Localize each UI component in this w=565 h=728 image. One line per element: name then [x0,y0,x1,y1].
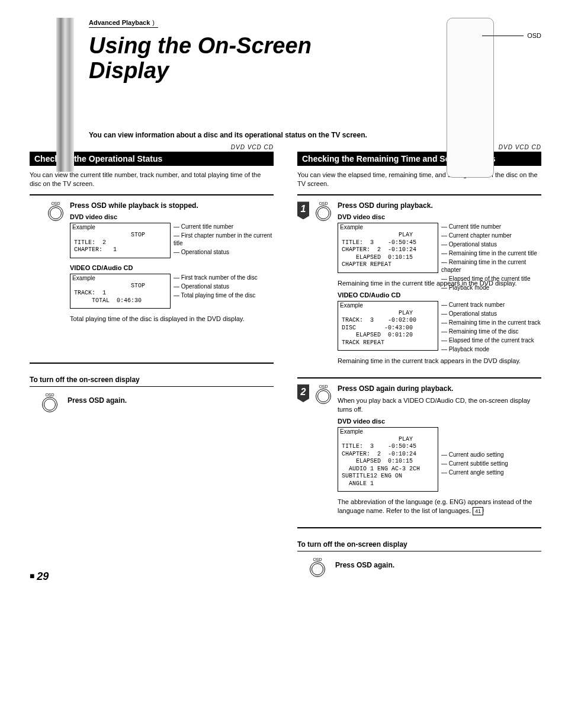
remote-leader-line [482,36,524,36]
remote-illustration [447,18,494,178]
callouts: Current title number First chapter numbe… [174,223,274,257]
dvd-subhead: DVD video disc [338,418,541,425]
osd-icon [316,206,331,221]
turnoff-heading: To turn off the on-screen display [297,540,541,549]
rule [30,194,274,195]
rule [297,527,541,528]
note: Remaining time in the current track appe… [338,357,541,365]
osd-icon [42,397,57,412]
step-number-2: 2 [297,384,309,402]
osd-button-icon: OSD [315,384,332,519]
osd-icon [316,389,331,404]
osd-icon [310,562,325,577]
dvd-subhead: DVD video disc [70,213,274,220]
turnoff-text: Press OSD again. [68,396,127,405]
step-number-1: 1 [297,201,309,219]
section-desc-left: You can view the current title number, t… [30,171,274,189]
step-title: Press OSD again during playback. [338,384,541,393]
binding-spine [56,18,74,172]
rule [297,551,541,551]
turnoff-heading: To turn off the on-screen display [30,376,274,384]
dvd-subhead: DVD video disc [338,213,541,220]
right-column: DVD VCD CD Checking the Remaining Time a… [297,144,541,578]
note: The abbreviation of the language (e.g. E… [338,498,541,515]
step-title: Press OSD during playback. [338,201,541,210]
step-desc: When you play back a VIDEO CD/Audio CD, … [338,396,541,414]
section-tab: Advanced Playback [89,18,158,28]
callouts: Current audio setting Current subtitle s… [441,451,508,477]
left-column: DVD VCD CD Checking the Operational Stat… [30,144,274,578]
page-title: Using the On-Screen Display [89,34,355,84]
remote-osd-label: OSD [527,32,541,39]
section-desc-right: You can view the elapsed time, remaining… [297,171,541,189]
intro-text: You can view information about a disc an… [89,131,373,139]
osd-screen-dvd-play: PLAY TITLE: 3 -0:50:45 CHAPTER: 2 -0:10:… [338,223,438,273]
osd-icon [48,206,63,221]
turnoff-text: Press OSD again. [335,561,394,569]
osd-screen-vcd-play: PLAY TRACK: 3 -0:02:00 DISC -0:43:00 ELA… [338,301,438,351]
rule [30,363,274,364]
osd-button-icon: OSD [47,201,64,327]
rule [297,377,541,379]
osd-screen-dvd: STOP TITLE: 2 CHAPTER: 1 [70,223,171,258]
osd-screen-vcd: STOP TRACK: 1 TOTAL 0:46:30 [70,274,171,309]
disc-badges: DVD VCD CD [297,144,541,150]
callouts: Current track number Operational status … [441,301,541,354]
rule [30,386,274,387]
osd-button-icon: OSD [315,201,332,369]
osd-button-icon: OSD [309,557,326,577]
step-title: Press OSD while playback is stopped. [70,201,274,210]
vcd-subhead: VIDEO CD/Audio CD [70,264,274,271]
note: Total playing time of the disc is displa… [70,315,274,323]
osd-button-icon: OSD [41,393,58,412]
osd-screen-dvd-settings: PLAY TITLE: 3 -0:50:45 CHAPTER: 2 -0:10:… [338,427,438,492]
callouts: Current title number Current chapter num… [441,223,541,293]
callouts: First track number of the disc Operation… [174,274,258,300]
rule [297,194,541,195]
section-heading-right: Checking the Remaining Time and Setting … [297,152,541,166]
page-number: 29 [30,570,49,583]
page-ref: 41 [473,507,483,515]
